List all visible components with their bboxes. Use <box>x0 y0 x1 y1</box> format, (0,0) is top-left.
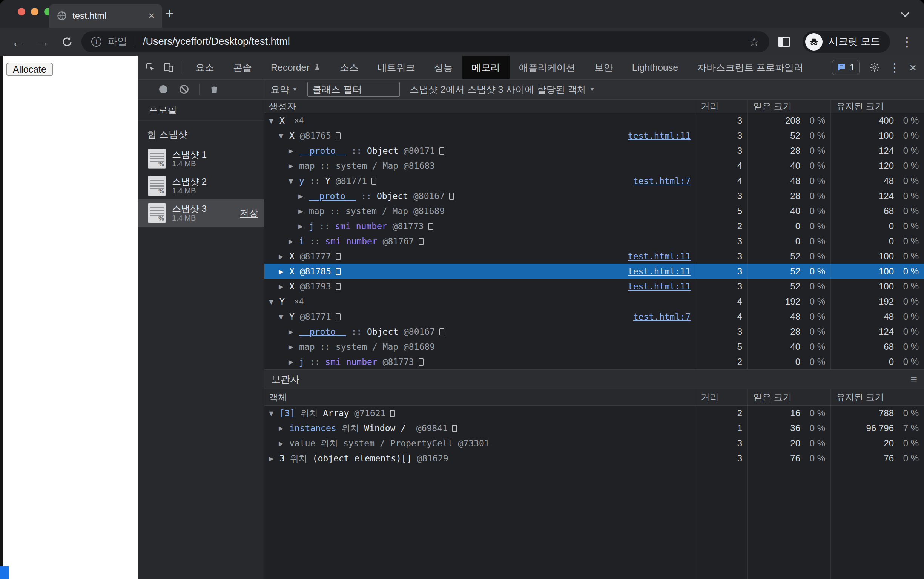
collapsed-arrow-icon[interactable]: ▶ <box>269 455 280 462</box>
perspective-select[interactable]: 요약 <box>270 83 289 96</box>
tab-search-chevron-icon[interactable] <box>901 9 910 17</box>
address-bar[interactable]: i 파일 /Users/yceffort/Desktop/test.html ☆ <box>82 31 769 52</box>
source-link[interactable]: test.html:11 <box>628 252 691 261</box>
column-distance[interactable]: 거리 <box>695 389 747 405</box>
devtools-tab[interactable]: 요소 <box>186 56 224 79</box>
heap-row[interactable]: ▶3 위치 (object elements)[] @816293760 %76… <box>264 451 924 466</box>
collapsed-arrow-icon[interactable]: ▶ <box>279 440 289 447</box>
heap-row[interactable]: ▼y :: Y @81771test.html:74480 %480 % <box>264 173 924 188</box>
retainers-menu-icon[interactable]: ≡ <box>911 373 917 386</box>
forward-button[interactable]: → <box>36 34 50 50</box>
browser-menu-icon[interactable]: ⋮ <box>901 34 913 49</box>
column-retained-size[interactable]: 유지된 크기 <box>831 389 924 405</box>
source-link[interactable]: test.html:11 <box>628 267 691 276</box>
page-info-icon[interactable]: i <box>91 36 102 47</box>
expanded-arrow-icon[interactable]: ▼ <box>279 132 289 139</box>
heap-row[interactable]: ▶__proto__ :: Object @801713280 %1240 % <box>264 143 924 158</box>
heap-row[interactable]: ▶map :: system / Map @816895400 %680 % <box>264 339 924 354</box>
browser-tab[interactable]: test.html × <box>49 4 162 28</box>
collapsed-arrow-icon[interactable]: ▶ <box>288 238 299 245</box>
heap-row[interactable]: ▼X ×432080 %4000 % <box>264 113 924 128</box>
column-shallow-size[interactable]: 얕은 크기 <box>747 100 831 113</box>
expanded-arrow-icon[interactable]: ▼ <box>269 298 280 305</box>
reload-button[interactable] <box>61 36 73 48</box>
heap-row[interactable]: ▼Y ×441920 %1920 % <box>264 294 924 309</box>
tab-close-icon[interactable]: × <box>149 10 155 22</box>
expanded-arrow-icon[interactable]: ▼ <box>288 178 299 185</box>
column-retained-size[interactable]: 유지된 크기 <box>831 100 924 113</box>
collapsed-arrow-icon[interactable]: ▶ <box>288 147 299 155</box>
collapsed-arrow-icon[interactable]: ▶ <box>288 162 299 170</box>
inspect-element-icon[interactable] <box>145 62 156 73</box>
back-button[interactable]: ← <box>11 34 25 50</box>
url-scheme-label[interactable]: 파일 <box>108 35 127 48</box>
snapshot-item[interactable]: 스냅샷 31.4 MB저장 <box>138 200 264 227</box>
heap-row[interactable]: ▶X @81777test.html:113520 %1000 % <box>264 249 924 264</box>
devtools-tab[interactable]: 애플리케이션 <box>510 56 585 79</box>
source-link[interactable]: test.html:11 <box>628 131 691 141</box>
expanded-arrow-icon[interactable]: ▼ <box>269 410 280 417</box>
heap-row[interactable]: ▼[3] 위치 Array @716212160 %7880 % <box>264 406 924 421</box>
allocate-button[interactable]: Allocate <box>6 62 53 76</box>
collapsed-arrow-icon[interactable]: ▶ <box>288 328 299 335</box>
snapshot-range-select[interactable]: 스냅샷 2에서 스냅샷 3 사이에 할당된 객체 ▼ <box>410 83 595 96</box>
collapsed-arrow-icon[interactable]: ▶ <box>279 268 289 275</box>
devtools-close-icon[interactable]: × <box>909 61 916 75</box>
devtools-tab[interactable]: 콘솔 <box>224 56 261 79</box>
devtools-tab[interactable]: 성능 <box>425 56 462 79</box>
column-constructor[interactable]: 생성자 <box>264 100 695 112</box>
heap-row[interactable]: ▶__proto__ :: Object @801673280 %1240 % <box>264 324 924 339</box>
clear-icon[interactable] <box>180 85 188 94</box>
heap-row[interactable]: ▼X @81765test.html:113520 %1000 % <box>264 128 924 143</box>
heap-row[interactable]: ▶j :: smi number @81773200 %00 % <box>264 219 924 234</box>
snapshot-save-link[interactable]: 저장 <box>240 207 258 219</box>
expanded-arrow-icon[interactable]: ▼ <box>279 313 289 321</box>
devtools-tab[interactable]: Recorder <box>261 56 330 79</box>
issues-badge[interactable]: 1 <box>832 60 860 75</box>
bookmark-star-icon[interactable]: ☆ <box>749 35 760 49</box>
new-tab-button[interactable]: + <box>165 5 174 22</box>
heap-row[interactable]: ▶i :: smi number @81767300 %00 % <box>264 234 924 249</box>
snapshot-item[interactable]: 스냅샷 21.4 MB <box>138 172 264 200</box>
devtools-tab[interactable]: 보안 <box>585 56 623 79</box>
side-panel-icon[interactable] <box>778 36 790 47</box>
devtools-tab[interactable]: 자바스크립트 프로파일러 <box>688 56 813 79</box>
source-link[interactable]: test.html:11 <box>628 281 691 291</box>
devtools-tab[interactable]: Lighthouse <box>623 56 688 79</box>
heap-row[interactable]: ▶X @81793test.html:113520 %1000 % <box>264 279 924 294</box>
minimize-window-button[interactable] <box>31 8 38 15</box>
column-shallow-size[interactable]: 얕은 크기 <box>747 389 831 405</box>
device-toolbar-icon[interactable] <box>163 62 174 73</box>
collapsed-arrow-icon[interactable]: ▶ <box>279 253 289 260</box>
collapsed-arrow-icon[interactable]: ▶ <box>298 223 309 230</box>
devtools-tab[interactable]: 메모리 <box>462 56 510 79</box>
url-path[interactable]: /Users/yceffort/Desktop/test.html <box>143 36 290 47</box>
devtools-menu-icon[interactable]: ⋮ <box>889 61 900 74</box>
close-window-button[interactable] <box>18 8 25 15</box>
heap-row[interactable]: ▶X @81785test.html:113520 %1000 % <box>264 264 924 279</box>
heap-row[interactable]: ▶instances 위치 Window / @698411360 %96 79… <box>264 421 924 436</box>
devtools-tab[interactable]: 네트워크 <box>368 56 425 79</box>
collapsed-arrow-icon[interactable]: ▶ <box>298 208 309 215</box>
collapsed-arrow-icon[interactable]: ▶ <box>288 358 299 366</box>
source-link[interactable]: test.html:7 <box>633 312 691 322</box>
collapsed-arrow-icon[interactable]: ▶ <box>288 343 299 350</box>
column-object[interactable]: 객체 <box>264 391 695 403</box>
class-filter-input[interactable]: 클래스 필터 <box>307 82 400 97</box>
collapsed-arrow-icon[interactable]: ▶ <box>298 193 309 200</box>
collapsed-arrow-icon[interactable]: ▶ <box>279 283 289 290</box>
heap-row[interactable]: ▼Y @81771test.html:74480 %480 % <box>264 309 924 324</box>
settings-gear-icon[interactable] <box>869 62 880 73</box>
column-distance[interactable]: 거리 <box>695 100 747 113</box>
heap-row[interactable]: ▶map :: system / Map @816834400 %1200 % <box>264 158 924 173</box>
heap-row[interactable]: ▶j :: smi number @81773200 %00 % <box>264 354 924 370</box>
heap-row[interactable]: ▶__proto__ :: Object @801673280 %1240 % <box>264 188 924 204</box>
heap-row[interactable]: ▶value 위치 system / PropertyCell @7330132… <box>264 436 924 451</box>
snapshot-item[interactable]: 스냅샷 11.4 MB <box>138 145 264 172</box>
record-icon[interactable] <box>159 85 167 93</box>
expanded-arrow-icon[interactable]: ▼ <box>269 117 280 124</box>
heap-row[interactable]: ▶map :: system / Map @816895400 %680 % <box>264 204 924 219</box>
collapsed-arrow-icon[interactable]: ▶ <box>279 425 289 432</box>
source-link[interactable]: test.html:7 <box>633 176 691 186</box>
devtools-tab[interactable]: 소스 <box>330 56 368 79</box>
